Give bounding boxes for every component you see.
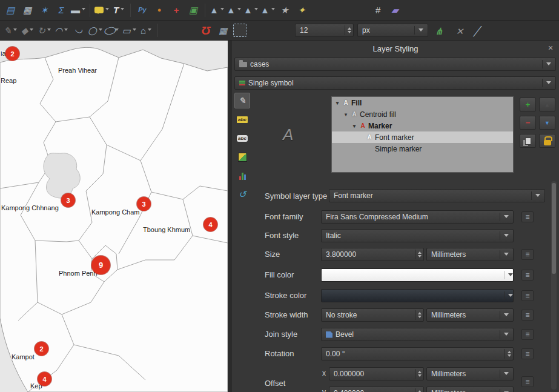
processing-toolbox-icon[interactable]: ✶: [36, 2, 52, 18]
offset-y-spinbox[interactable]: 0.400000: [329, 387, 424, 392]
remove-symbol-layer-button[interactable]: −: [520, 116, 536, 130]
dropdown-caret-icon[interactable]: [99, 28, 102, 33]
spin-up-icon[interactable]: [348, 25, 351, 30]
tree-row-font-marker[interactable]: A Font marker: [332, 131, 513, 143]
selection-rectangle-toggle-icon[interactable]: [232, 22, 248, 38]
statistics-icon[interactable]: Σ: [53, 2, 69, 18]
data-defined-override-button[interactable]: ≡: [521, 290, 534, 301]
dropdown-caret-icon[interactable]: [148, 28, 151, 33]
edit-label-icon[interactable]: ✎: [2, 22, 18, 38]
renderer-combobox[interactable]: Single symbol: [234, 76, 556, 90]
size-unit-combobox[interactable]: Millimeters: [426, 248, 514, 261]
label-highlight-icon[interactable]: ▲: [243, 2, 259, 18]
stroke-color-button[interactable]: [321, 289, 514, 302]
bug-report-icon[interactable]: ●: [151, 2, 167, 18]
lock-color-button[interactable]: [539, 134, 555, 148]
data-defined-override-button[interactable]: ≡: [521, 310, 534, 321]
spin-up-icon[interactable]: [508, 349, 511, 353]
dropdown-caret-icon[interactable]: [82, 8, 85, 12]
data-defined-override-button[interactable]: ≡: [521, 376, 534, 387]
tab-symbology[interactable]: ✎: [234, 93, 250, 108]
offset-y-unit-combobox[interactable]: Millimeters: [426, 387, 514, 392]
cluster-marker[interactable]: 2: [35, 342, 48, 356]
circle-tool-icon[interactable]: ◯: [87, 22, 103, 38]
plugin-manager-icon[interactable]: ▣: [185, 2, 201, 18]
rectangle-tool-icon[interactable]: ▭: [121, 22, 137, 38]
measure-icon[interactable]: ▬: [70, 2, 86, 18]
panel-splitter[interactable]: [228, 41, 232, 392]
move-down-button[interactable]: ▼: [539, 116, 555, 130]
circular-arc-icon[interactable]: ◠: [53, 22, 69, 38]
label-pin-icon[interactable]: ▲: [260, 2, 276, 18]
grid-composer-icon[interactable]: #: [370, 2, 386, 18]
tree-row-centroid-fill[interactable]: ▾ A Centroid fill: [332, 108, 513, 120]
data-defined-override-button[interactable]: ≡: [521, 348, 534, 359]
dropdown-caret-icon[interactable]: [115, 28, 119, 33]
remove-vertex-icon[interactable]: ✕: [452, 23, 468, 39]
panel-scrollbar-thumb[interactable]: [552, 183, 556, 274]
cluster-marker[interactable]: 3: [61, 193, 75, 207]
regular-polygon-tool-icon[interactable]: ⌂: [138, 22, 154, 38]
text-annotation-icon[interactable]: T: [111, 2, 127, 18]
dropdown-caret-icon[interactable]: [64, 28, 68, 33]
arc-segment-icon[interactable]: ◠: [70, 22, 86, 38]
dropdown-caret-icon[interactable]: [121, 8, 124, 12]
offset-x-spinbox[interactable]: 0.000000: [329, 367, 424, 380]
tab-masks[interactable]: abc: [234, 130, 250, 146]
layout-manager-icon[interactable]: ▰: [387, 2, 403, 18]
georeferencer-icon[interactable]: +: [168, 2, 184, 18]
dropdown-caret-icon[interactable]: [13, 28, 17, 33]
join-style-combobox[interactable]: Bevel: [321, 328, 514, 341]
data-defined-override-button[interactable]: ≡: [521, 329, 534, 340]
rotation-spinbox[interactable]: 0.00 °: [321, 347, 514, 360]
tree-row-marker[interactable]: ▾ A Marker: [332, 120, 513, 131]
layer-diagram-icon[interactable]: ▲: [226, 2, 242, 18]
cluster-marker[interactable]: 9: [91, 256, 110, 274]
move-up-button[interactable]: ▲: [539, 98, 555, 111]
dropdown-caret-icon[interactable]: [133, 28, 136, 33]
python-console-icon[interactable]: Py: [134, 2, 150, 18]
split-line-icon[interactable]: ╱: [469, 23, 485, 39]
data-defined-override-button[interactable]: ≡: [521, 270, 534, 281]
layer-labeling-icon[interactable]: ▲: [209, 2, 225, 18]
ellipse-tool-icon[interactable]: ◯: [104, 22, 120, 38]
spin-up-icon[interactable]: [418, 388, 422, 392]
sparkle-icon[interactable]: ✦: [294, 2, 309, 18]
tree-row-fill[interactable]: ▾ A Fill: [332, 97, 513, 108]
tab-labels[interactable]: abc: [234, 111, 250, 127]
move-label-icon[interactable]: ◆: [19, 22, 35, 38]
snapping-magnet-icon[interactable]: Ω: [198, 22, 214, 38]
layer-selector-combobox[interactable]: cases: [234, 58, 556, 71]
annotation-bubble-icon[interactable]: [94, 2, 110, 18]
dropdown-caret-icon[interactable]: [30, 28, 33, 33]
attribute-table-icon[interactable]: ▦: [19, 2, 35, 18]
data-defined-override-button[interactable]: ≡: [521, 211, 534, 222]
cluster-marker[interactable]: 2: [5, 47, 19, 61]
fill-color-button[interactable]: [321, 268, 514, 282]
size-spinbox[interactable]: 3.800000: [321, 248, 424, 261]
map-canvas[interactable]: ia Reap Preah Vihear Kampong Chhnang Kam…: [0, 41, 228, 392]
duplicate-symbol-layer-button[interactable]: [520, 134, 536, 148]
expander-icon[interactable]: ▾: [334, 100, 340, 106]
expander-icon[interactable]: ▾: [351, 123, 357, 129]
stroke-width-unit-combobox[interactable]: Millimeters: [426, 308, 514, 322]
rotate-label-icon[interactable]: ↻: [36, 22, 52, 38]
dropdown-caret-icon[interactable]: [220, 8, 224, 12]
topological-editing-icon[interactable]: ⋔: [431, 23, 447, 39]
spin-down-icon[interactable]: [418, 316, 422, 320]
dropdown-caret-icon[interactable]: [271, 8, 275, 12]
symbol-layer-type-combobox[interactable]: Font marker: [329, 189, 545, 202]
tab-history[interactable]: ↺: [234, 187, 250, 202]
cluster-marker[interactable]: 4: [203, 218, 217, 231]
spin-down-icon[interactable]: [348, 31, 351, 35]
offset-unit-combobox[interactable]: Millimeters: [426, 367, 514, 380]
cluster-marker[interactable]: 4: [38, 372, 51, 386]
dropdown-caret-icon[interactable]: [47, 28, 51, 33]
dropdown-caret-icon[interactable]: [237, 8, 241, 12]
add-symbol-layer-button[interactable]: +: [520, 98, 536, 111]
favorites-star-icon[interactable]: ★: [277, 2, 293, 18]
tab-diagrams[interactable]: [234, 168, 250, 184]
font-style-combobox[interactable]: Italic: [321, 229, 514, 242]
data-source-manager-icon[interactable]: ▤: [2, 2, 18, 18]
spin-up-icon[interactable]: [418, 250, 422, 254]
